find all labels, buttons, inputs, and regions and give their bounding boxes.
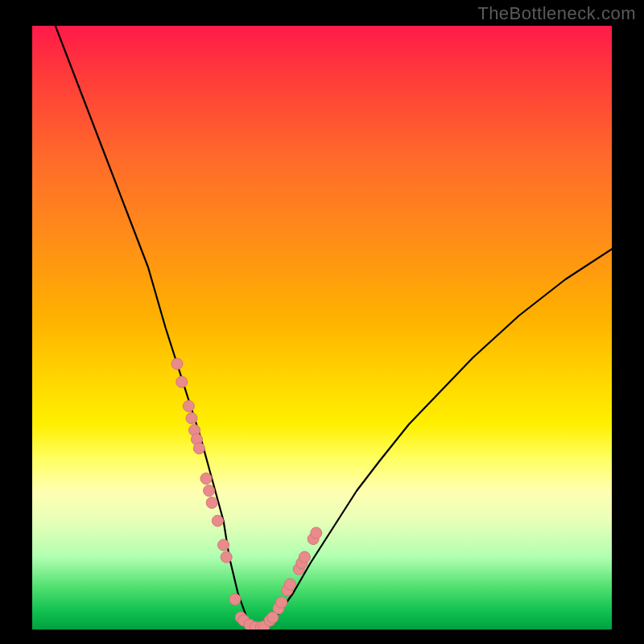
- sample-point-marker: [200, 473, 212, 485]
- sample-point-marker: [218, 539, 229, 551]
- sample-point-marker: [183, 401, 194, 412]
- sample-point-marker: [171, 358, 183, 369]
- sample-point-marker: [206, 497, 217, 509]
- bottleneck-curve-line: [56, 26, 612, 630]
- sample-point-marker: [212, 515, 223, 526]
- chart-stage: TheBottleneck.com: [0, 0, 644, 644]
- sample-points-group: [171, 358, 322, 630]
- sample-point-marker: [176, 377, 188, 388]
- sample-point-marker: [193, 443, 204, 454]
- sample-point-marker: [299, 551, 310, 563]
- sample-point-marker: [311, 527, 322, 539]
- watermark-text: TheBottleneck.com: [477, 3, 636, 24]
- sample-point-marker: [221, 551, 232, 563]
- sample-point-marker: [276, 597, 287, 608]
- sample-point-marker: [204, 485, 215, 497]
- sample-point-marker: [229, 594, 241, 605]
- sample-point-marker: [186, 413, 197, 424]
- bottleneck-chart-svg: [32, 26, 612, 630]
- sample-point-marker: [284, 579, 295, 590]
